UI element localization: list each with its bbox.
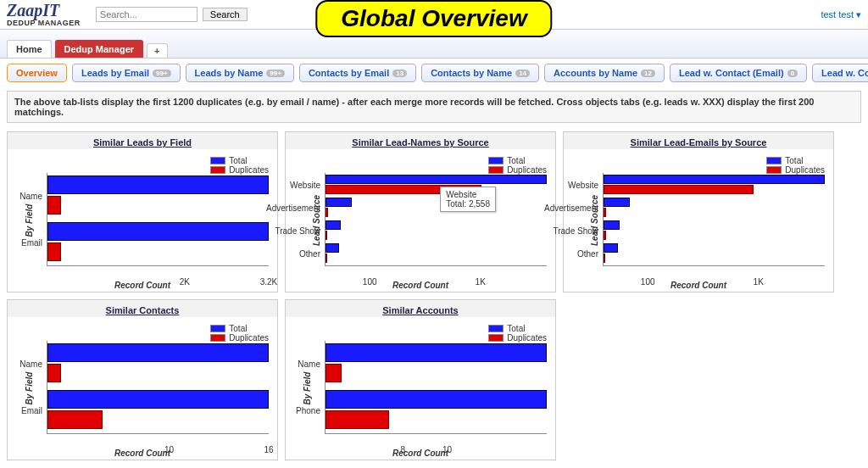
search-wrap: Search — [96, 7, 248, 22]
bars-area: NamePhone810 — [325, 341, 547, 434]
sub-tab-label: Lead w. Contact (Name) — [821, 68, 868, 78]
chart-title[interactable]: Similar Lead-Emails by Source — [564, 132, 833, 149]
chart-title[interactable]: Similar Leads by Field — [8, 132, 277, 149]
sub-tab-6[interactable]: Lead w. Contact (Email)0 — [670, 64, 807, 82]
bar-total[interactable] — [326, 243, 339, 253]
chart-title[interactable]: Similar Contacts — [8, 300, 277, 317]
bars-area: NameEmail2K3.2K — [47, 173, 269, 266]
bar-total[interactable] — [47, 390, 269, 409]
legend-row-total: Total — [766, 156, 825, 165]
chart-legend: TotalDuplicates — [210, 324, 269, 343]
bar-total[interactable] — [604, 198, 630, 207]
bar-total[interactable] — [326, 175, 547, 184]
legend-label-total: Total — [507, 324, 525, 333]
bar-total[interactable] — [47, 176, 269, 194]
y-axis-label: By Field — [25, 372, 34, 405]
bar-duplicates[interactable] — [604, 185, 754, 194]
category-label: Email — [21, 237, 47, 247]
sub-tab-label: Lead w. Contact (Email) — [679, 68, 784, 78]
bar-duplicates[interactable] — [47, 242, 61, 261]
x-axis-label: Record Count — [564, 281, 833, 290]
category-label: Name — [19, 359, 47, 369]
chart-body: TotalDuplicatesLead SourceRecord CountWe… — [286, 149, 555, 292]
sub-tab-label: Leads by Name — [195, 68, 264, 78]
bar-row: Advertisement — [604, 196, 825, 219]
y-axis-label: By Field — [303, 372, 312, 405]
user-menu[interactable]: test test ▾ — [821, 9, 861, 20]
bar-duplicates[interactable] — [47, 410, 103, 429]
category-label: Name — [298, 359, 326, 369]
bar-duplicates[interactable] — [47, 196, 61, 214]
nav-tab-home[interactable]: Home — [7, 40, 52, 58]
bar-duplicates[interactable] — [326, 254, 327, 263]
nav-tab-add[interactable]: + — [147, 43, 167, 58]
bar-total[interactable] — [604, 175, 825, 184]
bar-duplicates[interactable] — [326, 410, 389, 429]
bar-duplicates[interactable] — [326, 231, 327, 240]
sub-tab-4[interactable]: Contacts by Name14 — [421, 64, 539, 82]
top-bar: ZaapIT DEDUP MANAGER Search Global Overv… — [0, 0, 868, 30]
sub-tab-7[interactable]: Lead w. Contact (Name)0 — [812, 64, 868, 82]
bar-total[interactable] — [604, 243, 618, 253]
bar-total[interactable] — [326, 198, 352, 207]
sub-tab-3[interactable]: Contacts by Email13 — [299, 64, 416, 82]
chart-title[interactable]: Similar Lead-Names by Source — [286, 132, 555, 149]
legend-row-total: Total — [488, 324, 547, 333]
sub-tab-label: Accounts by Name — [554, 68, 637, 78]
bar-total[interactable] — [47, 222, 269, 241]
bar-row: Email — [47, 387, 269, 434]
bar-row: Other — [604, 242, 825, 265]
page-banner: Global Overview — [315, 0, 552, 37]
bar-row: Advertisement — [326, 196, 547, 219]
bar-total[interactable] — [326, 343, 547, 362]
nav-tab-dedup[interactable]: Dedup Manager — [55, 40, 144, 58]
chart-legend: TotalDuplicates — [488, 156, 547, 175]
sub-tab-label: Contacts by Name — [431, 68, 512, 78]
bar-row: Website — [604, 173, 825, 196]
legend-row-total: Total — [210, 324, 269, 333]
category-label: Advertisement — [544, 203, 604, 212]
chart-legend: TotalDuplicates — [210, 156, 269, 175]
category-label: Website — [568, 180, 604, 189]
sub-tab-badge: 14 — [515, 70, 530, 77]
category-label: Advertisement — [266, 203, 326, 212]
sub-tab-2[interactable]: Leads by Name99+ — [186, 64, 294, 82]
swatch-total — [488, 325, 504, 332]
bar-total[interactable] — [47, 343, 269, 362]
chart-card-lead_names: Similar Lead-Names by SourceTotalDuplica… — [285, 131, 556, 292]
x-tick: 100 — [363, 277, 377, 287]
x-tick: 3.2K — [260, 277, 278, 287]
sub-tab-5[interactable]: Accounts by Name12 — [544, 64, 665, 82]
bar-duplicates[interactable] — [604, 231, 606, 240]
x-axis-label: Record Count — [286, 281, 555, 290]
search-button[interactable]: Search — [203, 8, 248, 21]
chart-tooltip: WebsiteTotal: 2,558 — [440, 187, 496, 212]
swatch-total — [210, 157, 225, 164]
bar-duplicates[interactable] — [326, 208, 328, 217]
bar-duplicates[interactable] — [326, 364, 342, 382]
bar-total[interactable] — [604, 220, 620, 230]
category-label: Trade Show — [275, 226, 326, 236]
bars-area: NameEmail1016 — [47, 341, 269, 434]
bar-total[interactable] — [326, 220, 341, 230]
chart-body: TotalDuplicatesBy FieldRecord CountNameE… — [8, 317, 277, 460]
bar-duplicates[interactable] — [604, 208, 606, 217]
bar-duplicates[interactable] — [604, 254, 605, 263]
search-input[interactable] — [96, 7, 198, 22]
legend-row-total: Total — [210, 156, 269, 165]
charts-grid: Similar Leads by FieldTotalDuplicatesBy … — [0, 126, 868, 465]
chart-title[interactable]: Similar Accounts — [286, 300, 555, 317]
sub-tab-badge: 0 — [787, 70, 798, 77]
bar-row: Email — [47, 220, 269, 266]
sub-tab-1[interactable]: Leads by Email99+ — [72, 64, 181, 82]
sub-tab-0[interactable]: Overview — [7, 64, 67, 82]
x-axis-label: Record Count — [8, 448, 277, 458]
x-axis-label: Record Count — [286, 448, 555, 458]
bar-total[interactable] — [326, 390, 547, 409]
sub-tab-badge: 12 — [641, 70, 655, 77]
category-label: Website — [290, 180, 326, 189]
bar-duplicates[interactable] — [47, 364, 61, 382]
x-tick: 100 — [641, 277, 655, 287]
legend-label-total: Total — [785, 156, 803, 165]
sub-tabs: OverviewLeads by Email99+Leads by Name99… — [0, 58, 868, 87]
